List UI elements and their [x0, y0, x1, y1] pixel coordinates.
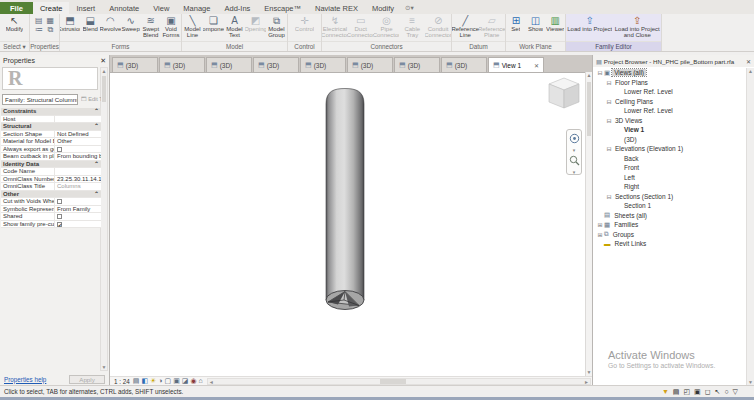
- property-value-symbolic-representation[interactable]: From Family: [55, 206, 101, 213]
- steering-wheel-icon[interactable]: [569, 130, 580, 148]
- property-value-always-export-as-geom[interactable]: [55, 146, 101, 153]
- selection-filter-icon[interactable]: ▽: [733, 388, 738, 396]
- tree-item-sections-section-1[interactable]: ⊟Sections (Section 1): [593, 192, 746, 202]
- property-value-section-shape[interactable]: Not Defined: [55, 131, 101, 138]
- project-browser-scrollbar[interactable]: ▲ ▼: [746, 68, 754, 385]
- scroll-right-icon[interactable]: ►: [584, 379, 589, 384]
- background-processes-icon[interactable]: ○: [724, 388, 728, 396]
- property-value-omniclass-title[interactable]: Columns: [55, 183, 101, 190]
- tree-item-lower-ref-level[interactable]: Lower Ref. Level: [593, 106, 746, 116]
- ribbon-tab-modify[interactable]: Modify: [365, 2, 401, 14]
- canvas-vertical-scrollbar[interactable]: ▲ ▼: [585, 72, 592, 376]
- press-drag-icon[interactable]: ↖: [715, 388, 721, 396]
- void-forms-button[interactable]: ▣Void Forms: [161, 15, 181, 39]
- component-button[interactable]: ❏Component: [203, 15, 224, 32]
- collapse-node-icon[interactable]: ⊟: [596, 69, 604, 76]
- family-connections-button[interactable]: ⧉: [45, 25, 57, 34]
- family-types-button[interactable]: ▤: [33, 16, 45, 25]
- tree-item-floor-plans[interactable]: ⊟Floor Plans: [593, 78, 746, 88]
- model-text-button[interactable]: AModel Text: [224, 15, 245, 39]
- viewer-button[interactable]: ▥Viewer: [545, 15, 565, 32]
- tree-item-back[interactable]: Back: [593, 154, 746, 164]
- ribbon-tab-file[interactable]: File: [0, 2, 33, 14]
- view-tab-close-icon[interactable]: ✕: [531, 62, 539, 69]
- viewcube[interactable]: [545, 76, 583, 112]
- pile-3d-model[interactable]: [325, 88, 365, 326]
- show-button[interactable]: ◫Show: [526, 15, 546, 32]
- extrusion-button[interactable]: ⬒Extrusion: [60, 15, 80, 32]
- worksets-icon[interactable]: ▤: [673, 388, 680, 396]
- ribbon-options-icon[interactable]: ⊙▾: [405, 4, 414, 14]
- checkbox[interactable]: [57, 147, 62, 152]
- checkbox[interactable]: [57, 199, 62, 204]
- expand-node-icon[interactable]: ⊞: [596, 231, 604, 238]
- tree-item-right[interactable]: Right: [593, 182, 746, 192]
- sweep-button[interactable]: ∿Sweep: [121, 15, 141, 32]
- collapse-node-icon[interactable]: ⊟: [605, 117, 613, 124]
- properties-help-link[interactable]: Properties help: [4, 376, 46, 383]
- tree-item-3d[interactable]: (3D): [593, 135, 746, 145]
- editing-requests-icon[interactable]: ▼: [662, 388, 669, 396]
- ribbon-tab-insert[interactable]: Insert: [69, 2, 102, 14]
- type-selector-dropdown[interactable]: Family: Structural Columns▾: [2, 94, 78, 105]
- collapse-node-icon[interactable]: ⊟: [605, 145, 613, 152]
- model-line-button[interactable]: ╲Model Line: [182, 15, 203, 39]
- properties-scrollbar[interactable]: ▲ ▼: [100, 67, 108, 371]
- collapse-icon[interactable]: ⌃: [94, 108, 99, 115]
- tree-item-elevations-elevation-1[interactable]: ⊟Elevations (Elevation 1): [593, 144, 746, 154]
- tree-item-3d-views[interactable]: ⊟3D Views: [593, 116, 746, 126]
- view-tab-3d-4[interactable]: ⬒(3D): [300, 57, 346, 72]
- view-tab-view-1-8[interactable]: ⬒View 1✕: [488, 57, 544, 72]
- modify-button[interactable]: ↖Modify: [0, 15, 29, 32]
- collapse-node-icon[interactable]: ⊟: [605, 98, 613, 105]
- property-value-code-name[interactable]: [55, 168, 101, 175]
- swept-blend-button[interactable]: ≋Swept Blend: [141, 15, 161, 39]
- view-tab-3d-7[interactable]: ⬒(3D): [441, 57, 487, 72]
- collapse-icon[interactable]: ⌃: [94, 191, 99, 198]
- reveal-hidden-icon[interactable]: ◉: [190, 377, 196, 385]
- property-value-host[interactable]: [55, 116, 101, 123]
- tree-item-left[interactable]: Left: [593, 173, 746, 183]
- load-into-project-and-close-button[interactable]: ⇪Load into Project and Close: [614, 15, 662, 39]
- collapse-icon[interactable]: ⌃: [94, 123, 99, 130]
- property-value-beam-cutback-in-plan[interactable]: From bounding box: [55, 153, 101, 160]
- main-model-icon[interactable]: ▣: [694, 388, 701, 396]
- scroll-left-icon[interactable]: ◄: [209, 379, 214, 384]
- ribbon-tab-enscape[interactable]: Enscape™: [257, 2, 308, 14]
- tree-item-ceiling-plans[interactable]: ⊟Ceiling Plans: [593, 97, 746, 107]
- checkbox[interactable]: [57, 214, 62, 219]
- tree-item-view-1[interactable]: View 1: [593, 125, 746, 135]
- ribbon-tab-manage[interactable]: Manage: [176, 2, 217, 14]
- family-parameters-button[interactable]: ≔: [33, 25, 45, 34]
- properties-close-icon[interactable]: ✕: [100, 57, 106, 65]
- edit-type-button[interactable]: 🗔 Edit Type: [81, 94, 101, 105]
- editable-only-icon[interactable]: ◻: [705, 388, 711, 396]
- view-scale-button[interactable]: 1 : 24: [114, 378, 130, 385]
- property-value-shared[interactable]: [55, 213, 101, 220]
- family-category-button[interactable]: ▦: [45, 16, 57, 25]
- tree-item-revit-links[interactable]: ▬Revit Links: [593, 239, 746, 249]
- view-tab-3d-1[interactable]: ⬒(3D): [159, 57, 205, 72]
- revolve-button[interactable]: ◠Revolve: [100, 15, 120, 32]
- tree-item-front[interactable]: Front: [593, 163, 746, 173]
- expand-node-icon[interactable]: ⊞: [596, 221, 604, 228]
- property-value-omniclass-number[interactable]: 23.25.30.11.14.11: [55, 176, 101, 183]
- model-group-button[interactable]: ⧉Model Group: [266, 15, 287, 39]
- canvas-horizontal-scrollbar[interactable]: ◄ ►: [207, 378, 591, 385]
- apply-button[interactable]: Apply: [69, 375, 105, 384]
- load-into-project-button[interactable]: ⇪Load into Project: [566, 15, 614, 32]
- blend-button[interactable]: ⬓Blend: [80, 15, 100, 32]
- tree-item-views-all[interactable]: ⊟▣Views (all): [593, 68, 746, 78]
- shadows-icon[interactable]: ◑: [158, 377, 162, 385]
- property-group-constraints[interactable]: Constraints⌃: [1, 108, 101, 116]
- design-options-icon[interactable]: ◰: [683, 388, 690, 396]
- reference-line-button[interactable]: ╱Reference Line: [452, 15, 479, 39]
- analytical-model-icon[interactable]: ⌂: [199, 377, 203, 385]
- view-tab-3d-6[interactable]: ⬒(3D): [394, 57, 440, 72]
- property-value-show-family-pre-cut-in[interactable]: ✔: [55, 221, 101, 228]
- property-group-other[interactable]: Other⌃: [1, 191, 101, 199]
- property-value-material-for-model-beh[interactable]: Other: [55, 138, 101, 145]
- temporary-hide-icon[interactable]: ◪: [182, 377, 189, 385]
- tree-item-families[interactable]: ⊞▦Families: [593, 220, 746, 230]
- ribbon-tab-naviate-rex[interactable]: Naviate REX: [308, 2, 365, 14]
